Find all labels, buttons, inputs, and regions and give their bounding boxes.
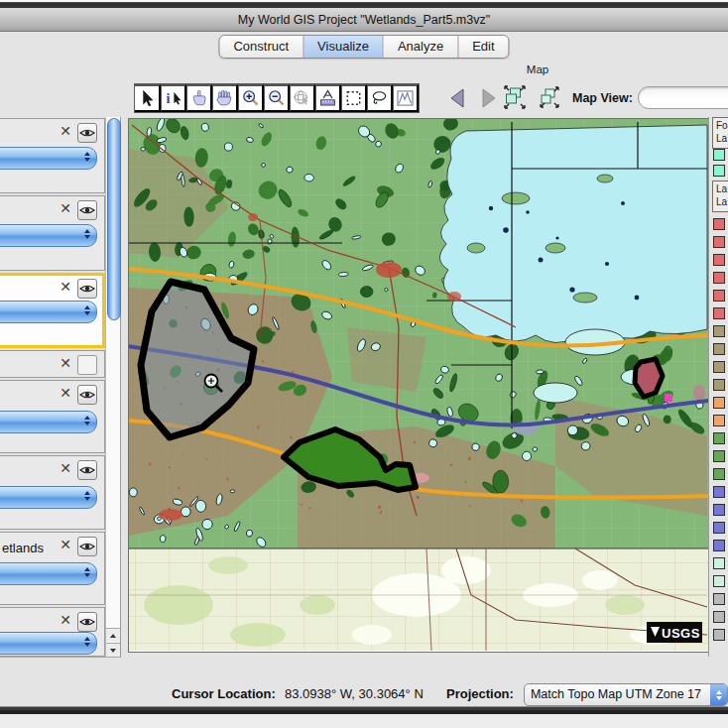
map-forward-button[interactable] [474, 85, 500, 111]
map-toolbar: i [134, 83, 420, 113]
layer-style-dropdown[interactable] [0, 224, 97, 247]
tab-edit[interactable]: Edit [457, 36, 508, 58]
legend-swatch [713, 557, 725, 569]
layer-panel-4[interactable]: ✕ [0, 350, 105, 378]
layer-close-button[interactable]: ✕ [60, 461, 71, 475]
zoom-to-selection-button[interactable] [537, 83, 562, 109]
point-select-hand-tool-button[interactable] [186, 84, 212, 112]
map-canvas[interactable]: USGS [129, 119, 708, 652]
identify-info-tool-button[interactable]: i [161, 84, 186, 112]
layer-panel-2[interactable]: ✕ [0, 195, 105, 271]
scrollbar-thumb[interactable] [107, 118, 121, 320]
legend-swatch [713, 290, 725, 302]
up-arrow-icon [110, 634, 116, 638]
layer-style-dropdown[interactable] [0, 486, 97, 509]
legend-swatch [713, 486, 725, 498]
zoom-to-all-button[interactable] [502, 83, 528, 109]
legend-swatch [713, 468, 725, 480]
layer-panel-7-wetlands[interactable]: etlands ✕ [0, 532, 105, 605]
measure-tool-button[interactable] [315, 84, 341, 112]
pan-hand-tool-button[interactable] [212, 84, 238, 112]
layer-visibility-checkbox[interactable] [77, 355, 97, 375]
legend-swatch [713, 149, 725, 161]
legend-swatch [713, 272, 725, 284]
projection-label: Projection: [446, 686, 514, 701]
tab-visualize[interactable]: Visualize [303, 36, 383, 58]
usgs-logo: USGS [647, 622, 702, 643]
layer-close-button[interactable]: ✕ [60, 386, 71, 400]
eye-icon [78, 283, 96, 295]
layer-close-button[interactable]: ✕ [60, 201, 71, 215]
layer-close-button[interactable]: ✕ [60, 538, 71, 551]
legend-header-text: Fo [716, 119, 728, 132]
window-title: My World GIS Project "Wetlands_Part5.m3v… [238, 13, 490, 27]
tab-analyze[interactable]: Analyze [383, 36, 457, 58]
cursor-location-value: 83.0938° W, 30.3064° N [285, 686, 424, 701]
svg-text:USGS: USGS [662, 626, 700, 641]
layer-close-button[interactable]: ✕ [60, 356, 71, 370]
magenta-point-marker [665, 394, 672, 402]
zoom-to-all-icon [502, 83, 528, 111]
scrollbar-down-button[interactable] [106, 643, 120, 657]
spinner-arrows-icon [84, 305, 90, 315]
zoom-in-tool-button[interactable] [238, 84, 264, 112]
marquee-select-tool-button[interactable] [341, 84, 367, 112]
layer-panel-5[interactable]: ✕ [0, 380, 105, 453]
spinner-arrows-icon [84, 152, 90, 162]
measure-ruler-icon [316, 85, 339, 111]
desktop-below-window [0, 714, 728, 728]
legend-swatch [713, 504, 725, 516]
status-bar: Cursor Location: 83.0938° W, 30.3064° N … [0, 682, 728, 708]
legend-header-1: Fo La [712, 117, 728, 149]
layer-panel-3-selected[interactable]: ✕ [0, 273, 105, 348]
layer-panel-1[interactable]: ✕ [0, 118, 105, 193]
projection-dropdown[interactable]: Match Topo Map UTM Zone 17 [524, 683, 728, 706]
tab-construct[interactable]: Construct [219, 36, 303, 58]
mode-tab-group: Construct Visualize Analyze Edit [218, 35, 509, 59]
layer-panel-6[interactable]: ✕ [0, 455, 105, 530]
layer-visibility-button[interactable] [77, 460, 97, 480]
layer-visibility-button[interactable] [77, 123, 97, 143]
marquee-select-icon [342, 85, 365, 111]
legend-header-text: La [716, 132, 728, 145]
layer-style-dropdown[interactable] [0, 147, 97, 170]
profile-graph-tool-button[interactable] [393, 84, 419, 112]
layer-close-button[interactable]: ✕ [60, 280, 71, 294]
select-arrow-icon [135, 85, 159, 111]
layer-style-dropdown[interactable] [0, 411, 97, 433]
legend-swatch [713, 379, 725, 391]
layer-visibility-button[interactable] [77, 200, 97, 220]
application-window: My World GIS Project "Wetlands_Part5.m3v… [0, 0, 728, 728]
legend-swatch [713, 540, 725, 551]
legend-swatch [713, 165, 725, 177]
map-back-button[interactable] [446, 85, 472, 111]
sidebar-scrollbar[interactable] [105, 117, 121, 657]
legend-swatch [713, 236, 725, 248]
pan-hand-icon [213, 85, 236, 111]
select-arrow-tool-button[interactable] [135, 84, 161, 112]
pointing-hand-icon [187, 85, 210, 111]
layer-visibility-button[interactable] [77, 385, 97, 405]
maroon-wetland-polygon[interactable] [635, 359, 663, 397]
layer-style-dropdown[interactable] [0, 632, 97, 655]
eye-icon [78, 616, 96, 628]
layer-visibility-button[interactable] [77, 537, 97, 556]
map-view-input[interactable] [638, 86, 728, 109]
layer-style-dropdown[interactable] [0, 562, 97, 585]
zoom-out-tool-button[interactable] [264, 84, 290, 112]
layer-close-button[interactable]: ✕ [60, 613, 71, 627]
globe-icon [291, 85, 313, 111]
scrollbar-up-button[interactable] [106, 628, 120, 642]
lasso-select-tool-button[interactable] [367, 84, 393, 112]
globe-projection-tool-button[interactable] [290, 84, 315, 112]
layer-panel-8[interactable]: ✕ [0, 607, 105, 657]
layer-visibility-button[interactable] [77, 612, 97, 632]
spinner-arrows-icon [84, 491, 90, 501]
layer-close-button[interactable]: ✕ [60, 124, 71, 138]
layer-visibility-button[interactable] [77, 279, 97, 299]
titlebar[interactable]: My World GIS Project "Wetlands_Part5.m3v… [0, 8, 728, 32]
legend-swatch [713, 397, 725, 409]
legend-swatch [713, 343, 725, 355]
layer-style-dropdown[interactable] [0, 301, 97, 323]
back-arrow-icon [446, 85, 472, 111]
